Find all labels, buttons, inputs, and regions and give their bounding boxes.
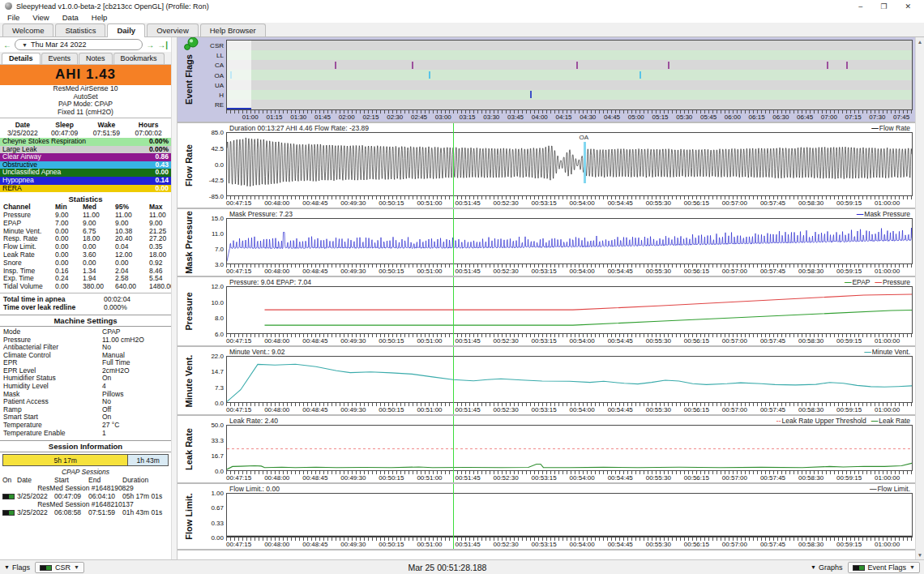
plot-leak-rate[interactable] <box>226 425 913 471</box>
menu-help[interactable]: Help <box>92 13 108 22</box>
setting-patient-access: Patient AccessNo <box>0 398 171 406</box>
x-tick-label: 00:58:30 <box>798 268 823 275</box>
total-value: 0.000% <box>104 303 168 311</box>
detail-tab-events[interactable]: Events <box>41 53 79 64</box>
x-tick-label: 00:47:15 <box>226 268 251 275</box>
pin-icon[interactable] <box>182 37 201 54</box>
session-cell: 05h 17m 01s <box>122 492 169 500</box>
graph-panel-mask-pressure[interactable]: Mask PressureMask Pressure: 7.23—Mask Pr… <box>178 208 915 276</box>
graph-panel-flow-rate[interactable]: Flow RateDuration 00:13:27 AHI 4.46 Flow… <box>178 122 915 208</box>
x-tick-label: 00:57:45 <box>760 268 785 275</box>
graph-legend: --Leak Rate Upper Threshold—Leak Rate <box>772 417 910 425</box>
detail-tab-bookmarks[interactable]: Bookmarks <box>113 53 165 64</box>
details-scrollbar[interactable] <box>171 37 178 559</box>
event-mark-ca[interactable] <box>412 62 413 69</box>
panel-label-text: Flow Limit. <box>184 493 194 539</box>
legend-label: Leak Rate <box>879 417 910 425</box>
x-tick-label: 00:48:45 <box>302 268 327 275</box>
session-group-name: ResMed Session #1648210137 <box>0 500 171 508</box>
stats-cell: Tidal Volume <box>3 283 55 291</box>
total-time-over-leak-redline: Time over leak redline0.000% <box>0 303 171 311</box>
plot-minute-vent[interactable] <box>226 356 913 403</box>
minimize-button[interactable]: – <box>858 2 862 11</box>
session-enabled-swatch[interactable] <box>2 510 15 516</box>
prev-day-icon[interactable]: ← <box>3 41 11 49</box>
tab-help-browser[interactable]: Help Browser <box>200 24 266 36</box>
x-tick-label: 01:00:00 <box>875 268 900 275</box>
graphs-scrollbar[interactable]: ▲ ▼ <box>915 37 924 559</box>
x-tick-label: 02:00 <box>339 114 355 121</box>
event-rate-table: Cheyne Stokes Respiration0.00%Large Leak… <box>0 138 171 192</box>
tab-statistics[interactable]: Statistics <box>55 24 105 36</box>
x-tick-label: 04:15 <box>556 114 572 121</box>
sessions-col-header: On <box>2 476 17 484</box>
plot-event-flags[interactable] <box>226 40 913 110</box>
menu-view[interactable]: View <box>32 13 49 22</box>
x-tick-label: 00:58:30 <box>798 337 823 345</box>
x-tick-label: 07:45 <box>893 114 909 121</box>
event-mark-oa[interactable] <box>640 71 641 79</box>
close-button[interactable]: ✕ <box>905 2 911 11</box>
graph-panel-flow-limit[interactable]: Flow Limit.Flow Limit.: 0.00—Flow Limit.… <box>178 482 915 549</box>
x-tick-label: 04:30 <box>580 114 596 121</box>
graph-panel-minute-vent[interactable]: Minute Vent.Minute Vent.: 9.02—Minute Ve… <box>178 345 915 414</box>
plot-mask-pressure[interactable] <box>226 218 913 264</box>
session-cell: 3/25/2022 <box>17 492 54 500</box>
cpap-sessions-table: OnDateStartEndDurationResMed Session #16… <box>0 476 171 516</box>
session-enabled-swatch[interactable] <box>2 494 15 499</box>
tab-daily[interactable]: Daily <box>107 24 145 37</box>
x-tick-label: 07:00 <box>821 114 837 121</box>
next-day-icon[interactable]: → <box>146 41 154 49</box>
event-mark-ca[interactable] <box>827 62 828 69</box>
event-mark-oa[interactable] <box>429 71 430 79</box>
date-picker[interactable]: ▼ Thu Mar 24 2022 <box>15 39 143 50</box>
graphs-dropdown[interactable]: Event Flags ▼ <box>848 562 920 573</box>
graphs-toggle[interactable]: ▼ Graphs <box>811 563 842 572</box>
x-tick-label: 00:47:15 <box>226 474 251 482</box>
x-tick-label: 00:51:45 <box>455 541 480 548</box>
latest-day-icon[interactable]: →| <box>157 41 168 49</box>
plot-flow-limit[interactable] <box>226 493 913 538</box>
pre-session-shade <box>227 41 251 109</box>
x-tick-label: 00:52:30 <box>493 541 518 548</box>
event-mark-ca[interactable] <box>335 62 336 69</box>
plot-flow-rate[interactable]: OA <box>226 132 913 196</box>
graph-panel-event-flags[interactable]: Event Flags01:0001:1501:3001:4502:0002:1… <box>178 37 915 122</box>
event-mark-ca[interactable] <box>576 62 578 69</box>
tab-overview[interactable]: Overview <box>147 24 199 36</box>
x-tick-label: 00:50:15 <box>379 406 404 413</box>
event-mark-h[interactable] <box>530 91 532 98</box>
totals: Total time in apnea00:02:04Time over lea… <box>0 295 171 311</box>
caret-down-icon: ▼ <box>4 564 10 570</box>
flags-dropdown[interactable]: CSR ▼ <box>35 562 84 573</box>
session-bar[interactable]: 5h 17m <box>3 455 128 465</box>
x-tick-label: 01:00:00 <box>875 406 900 413</box>
scroll-up-icon[interactable]: ▲ <box>918 39 922 45</box>
y-tick-label: 50.0 <box>197 422 224 429</box>
session-bar[interactable]: 1h 43m <box>128 455 168 465</box>
time-cursor <box>453 277 454 345</box>
event-mark-ca[interactable] <box>668 62 669 69</box>
x-tick-label: 00:58:30 <box>798 406 823 413</box>
event-row-label-ua: UA <box>197 81 224 88</box>
x-tick-label: 01:30 <box>290 114 306 121</box>
legend-label: EPAP <box>852 278 870 286</box>
menu-file[interactable]: File <box>7 13 19 22</box>
maximize-button[interactable]: ❐ <box>880 2 887 11</box>
event-mark-ca[interactable] <box>846 62 848 69</box>
session-row[interactable]: 3/25/202206:08:5807:51:5901h 43m 01s <box>0 508 171 516</box>
detail-tab-notes[interactable]: Notes <box>79 53 113 64</box>
session-row[interactable]: 3/25/202200:47:0906:04:1005h 17m 01s <box>0 492 171 500</box>
graph-panel-leak-rate[interactable]: Leak RateLeak Rate: 2.40--Leak Rate Uppe… <box>178 414 915 482</box>
flags-toggle[interactable]: ▼ Flags <box>4 563 30 572</box>
plot-pressure[interactable] <box>226 286 913 334</box>
x-tick-label: 00:57:00 <box>722 199 747 207</box>
graph-panel-pressure[interactable]: PressurePressure: 9.04 EPAP: 7.04—EPAP—P… <box>178 276 915 345</box>
tab-welcome[interactable]: Welcome <box>2 24 53 36</box>
total-label: Time over leak redline <box>3 303 104 311</box>
y-tick-label: 3.0 <box>197 261 224 268</box>
menu-data[interactable]: Data <box>62 13 79 22</box>
scroll-down-icon[interactable]: ▼ <box>918 552 922 558</box>
panel-label-text: Flow Rate <box>184 144 194 186</box>
detail-tab-details[interactable]: Details <box>2 53 41 64</box>
